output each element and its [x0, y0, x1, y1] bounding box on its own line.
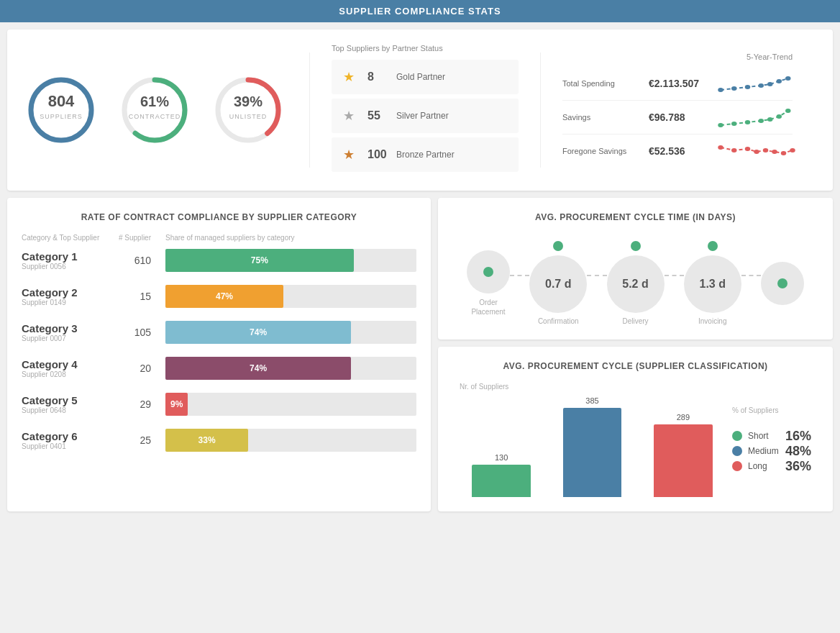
svg-point-16 — [777, 79, 782, 83]
conf-value: 0.7 d — [545, 278, 571, 291]
svg-point-19 — [731, 122, 737, 126]
bar-cat-4: Category 5 Supplier 0648 — [22, 394, 115, 414]
class-content: Nr. of Suppliers 130 385 289 % of Suppli… — [452, 383, 818, 497]
class-title: AVG. PROCUREMENT CYCLE (SUPPLIER CLASSIF… — [452, 361, 818, 371]
conf-bubble: 0.7 d — [529, 255, 587, 313]
unlisted-circle: 39% UNLISTED — [212, 74, 284, 146]
silver-label: Silver Partner — [396, 111, 449, 121]
bar-row-2: Category 3 Supplier 0007 105 74% — [22, 321, 416, 344]
svg-text:804: 804 — [48, 92, 75, 110]
partner-gold: ★ 8 Gold Partner — [332, 60, 519, 94]
svg-text:SUPPLIERS: SUPPLIERS — [40, 113, 83, 120]
right-panels: AVG. PROCUREMENT CYCLE TIME (IN DAYS) Or… — [438, 198, 833, 511]
trend-savings-chart — [721, 106, 793, 128]
svg-point-24 — [785, 109, 791, 113]
bronze-icon: ★ — [337, 143, 360, 166]
trend-section: 5-Year-Trend Total Spending €2.113.507 — [562, 53, 793, 168]
partner-bronze: ★ 100 Bronze Partner — [332, 137, 519, 172]
svg-point-23 — [777, 114, 782, 119]
inv-label: Invoicing — [698, 317, 726, 325]
col-header-share: Share of managed suppliers by category — [151, 234, 416, 242]
bar-chart-panel: RATE OF CONTRACT COMPLIANCE BY SUPPLIER … — [7, 198, 431, 511]
top-section: 804 SUPPLIERS 61% CONTRACTED 39% UNLISTE… — [7, 29, 833, 191]
trend-spending: Total Spending €2.113.507 — [562, 67, 793, 101]
bar-cat-0: Category 1 Supplier 0056 — [22, 250, 115, 270]
contracted-circle: 61% CONTRACTED — [119, 74, 191, 146]
class-y-label: % of Suppliers — [732, 406, 811, 414]
silver-count: 55 — [368, 109, 389, 122]
bar-cat-1: Category 2 Supplier 0149 — [22, 286, 115, 306]
bar-cat-2: Category 3 Supplier 0007 — [22, 322, 115, 342]
svg-point-32 — [790, 148, 795, 152]
partner-title: Top Suppliers by Partner Status — [332, 44, 519, 53]
gold-icon: ★ — [337, 65, 360, 88]
svg-point-25 — [718, 145, 723, 150]
class-bars: 130 385 289 — [460, 396, 725, 497]
svg-point-29 — [763, 148, 769, 152]
step-confirmation: 0.7 d Confirmation — [529, 241, 587, 325]
bar-row-4: Category 5 Supplier 0648 29 9% — [22, 393, 416, 416]
svg-point-13 — [745, 85, 751, 89]
order-bubble — [467, 250, 510, 293]
svg-point-31 — [781, 151, 787, 155]
svg-point-27 — [745, 147, 751, 151]
bronze-count: 100 — [368, 148, 389, 161]
trend-spending-value: €2.113.507 — [649, 78, 713, 89]
suppliers-circle: 804 SUPPLIERS — [25, 74, 97, 146]
kpi-circles: 804 SUPPLIERS 61% CONTRACTED 39% UNLISTE… — [22, 74, 288, 146]
svg-point-20 — [745, 120, 751, 124]
end-bubble — [761, 262, 804, 305]
svg-point-28 — [754, 150, 759, 154]
svg-point-12 — [731, 86, 737, 91]
col-header-count: # Supplier — [115, 234, 151, 242]
conf-label: Confirmation — [538, 317, 579, 325]
trend-savings: Savings €96.788 — [562, 101, 793, 135]
trend-savings-label: Savings — [562, 113, 642, 122]
connector-1 — [510, 275, 529, 276]
class-legend: % of Suppliers Short 16% Medium 48% Long… — [732, 383, 811, 497]
connector-2 — [587, 275, 606, 276]
gold-count: 8 — [368, 70, 389, 83]
divider-2 — [540, 53, 541, 168]
del-bubble: 5.2 d — [607, 255, 665, 313]
connector-4 — [741, 275, 761, 276]
svg-point-0 — [31, 80, 91, 140]
step-delivery: 5.2 d Delivery — [607, 241, 665, 325]
bar-chart-title: RATE OF CONTRACT COMPLIANCE BY SUPPLIER … — [22, 212, 416, 222]
class-bar-col-0: 130 — [460, 396, 543, 497]
del-label: Delivery — [622, 317, 648, 325]
inv-bubble: 1.3 d — [684, 255, 741, 313]
trend-foregone: Foregone Savings €52.536 — [562, 135, 793, 168]
kpi-contracted: 61% CONTRACTED — [115, 74, 194, 146]
trend-spending-label: Total Spending — [562, 79, 642, 88]
svg-point-11 — [718, 88, 723, 92]
svg-point-15 — [767, 82, 773, 86]
silver-icon: ★ — [337, 104, 360, 127]
class-x-label: Nr. of Suppliers — [460, 383, 725, 391]
trend-title: 5-Year-Trend — [562, 53, 793, 61]
svg-point-17 — [785, 76, 791, 81]
connector-3 — [665, 275, 684, 276]
svg-point-30 — [772, 150, 777, 154]
svg-text:CONTRACTED: CONTRACTED — [129, 113, 181, 120]
step-invoicing: 1.3 d Invoicing — [684, 241, 741, 325]
svg-text:39%: 39% — [234, 94, 262, 109]
trend-foregone-label: Foregone Savings — [562, 147, 642, 155]
classification-panel: AVG. PROCUREMENT CYCLE (SUPPLIER CLASSIF… — [438, 347, 833, 511]
svg-point-21 — [759, 119, 764, 123]
page-header: SUPPLIER COMPLIANCE STATS — [0, 0, 840, 22]
end-dot — [777, 278, 788, 288]
bar-row-5: Category 6 Supplier 0401 25 33% — [22, 429, 416, 452]
svg-point-14 — [759, 83, 764, 88]
bar-row-0: Category 1 Supplier 0056 610 75% — [22, 249, 416, 272]
bottom-section: RATE OF CONTRACT COMPLIANCE BY SUPPLIER … — [7, 198, 833, 511]
del-dot — [631, 241, 641, 251]
page-title: SUPPLIER COMPLIANCE STATS — [339, 6, 501, 17]
cycle-title: AVG. PROCUREMENT CYCLE TIME (IN DAYS) — [452, 212, 818, 222]
step-order: OrderPlacement — [467, 250, 510, 316]
step-end — [761, 262, 804, 305]
trend-spending-chart — [721, 73, 793, 94]
partner-silver: ★ 55 Silver Partner — [332, 99, 519, 133]
cycle-time-panel: AVG. PROCUREMENT CYCLE TIME (IN DAYS) Or… — [438, 198, 833, 340]
order-dot — [483, 267, 493, 277]
